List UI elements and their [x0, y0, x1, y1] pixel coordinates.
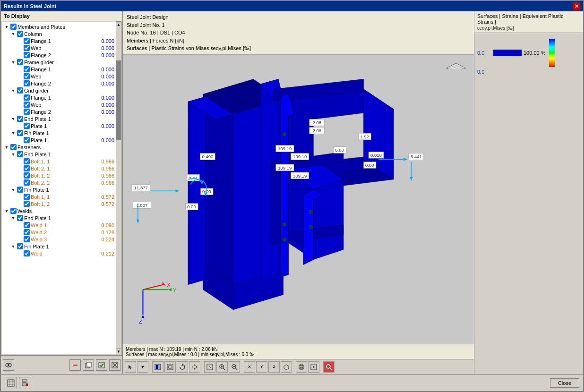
tree-item-weld2[interactable]: Weld 20.128✓: [3, 229, 120, 236]
search-red-btn[interactable]: [323, 361, 335, 373]
tree-item-end-plate1[interactable]: ▼End Plate 1: [3, 115, 120, 122]
checkbox-bolt11[interactable]: [24, 158, 30, 164]
tree-item-col-flange2[interactable]: Flange 20.000✓: [3, 51, 120, 59]
axis-y-btn[interactable]: Y: [256, 361, 267, 373]
checkbox-bolt21[interactable]: [24, 165, 30, 171]
tree-item-weld-fin-plate1[interactable]: ▼Fin Plate 1: [3, 243, 120, 250]
tree-item-frame-girder[interactable]: ▼Frame girder: [3, 59, 120, 66]
checkbox-bolt12[interactable]: [24, 172, 30, 179]
checkbox-fasteners[interactable]: [10, 144, 17, 150]
expand-btn-weld-end-plate1[interactable]: ▼: [10, 215, 16, 221]
expand-btn-end-plate1[interactable]: ▼: [10, 116, 16, 122]
checkbox-weld-end-plate1[interactable]: [17, 215, 23, 221]
color-scale-slider[interactable]: [549, 39, 555, 67]
tree-item-fbolt12[interactable]: Bolt 1, 20.572✓: [3, 200, 120, 207]
tree-container[interactable]: ▼Members and Plates▼ColumnFlange 10.000✓…: [2, 22, 121, 354]
render-btn[interactable]: [152, 361, 163, 373]
tree-item-gg-flange1[interactable]: Flange 10.000✓: [3, 94, 120, 101]
copy-icon-button[interactable]: [83, 359, 94, 371]
checkbox-weld-fin-plate1[interactable]: [17, 243, 23, 249]
checkbox-fbolt12[interactable]: [24, 201, 30, 207]
pan-btn[interactable]: [189, 361, 200, 373]
checkbox-col-web[interactable]: [24, 45, 30, 51]
iso-btn[interactable]: [281, 361, 292, 373]
checkbox-members-plates[interactable]: [10, 24, 17, 30]
checkbox-gg-flange1[interactable]: [24, 94, 30, 101]
tree-item-bolt11[interactable]: Bolt 1, 10.966✓: [3, 158, 120, 165]
tree-item-fast-fin-plate1[interactable]: ▼Fin Plate 1: [3, 186, 120, 193]
checkbox-fbolt11[interactable]: [24, 194, 30, 200]
tree-item-fast-end-plate1[interactable]: ▼End Plate 1: [3, 151, 120, 158]
tree-item-col-flange1[interactable]: Flange 10.000✓: [3, 37, 120, 44]
tree-item-fasteners[interactable]: ▼Fasteners: [3, 144, 120, 151]
tree-item-fp1-plate1[interactable]: Plate 10.000✓: [3, 136, 120, 144]
rotate-btn[interactable]: [177, 361, 188, 373]
tab-strains[interactable]: Strains: [502, 13, 518, 19]
3d-viewport[interactable]: 2.08 2.06 109.19 109.19 109.19: [123, 55, 474, 344]
checkbox-welds[interactable]: [10, 208, 17, 214]
expand-btn-grid-girder[interactable]: ▼: [10, 88, 16, 94]
zoom-in-btn[interactable]: [216, 361, 228, 373]
fit-btn[interactable]: [204, 361, 215, 373]
scroll-up-btn[interactable]: ▲: [116, 22, 121, 28]
expand-btn-weld-fin-plate1[interactable]: ▼: [10, 244, 16, 249]
tree-item-weld-end-plate1[interactable]: ▼End Plate 1: [3, 214, 120, 222]
zoom-out-btn[interactable]: [229, 361, 240, 373]
checkbox-end-plate1[interactable]: [17, 116, 23, 122]
checkbox-ep1-plate1[interactable]: [24, 123, 30, 129]
tree-item-weld-fp1[interactable]: Weld0.212✓: [3, 250, 120, 257]
checkbox-weld-fp1[interactable]: [24, 250, 30, 256]
expand-btn-welds[interactable]: ▼: [4, 208, 9, 214]
scroll-down-btn[interactable]: ▼: [116, 348, 121, 355]
expand-btn-members-plates[interactable]: ▼: [4, 24, 9, 30]
checkbox-weld2[interactable]: [24, 229, 30, 235]
checkbox-gg-flange2[interactable]: [24, 109, 30, 115]
expand-btn-fin-plate1[interactable]: ▼: [10, 130, 16, 136]
expand-btn-fast-fin-plate1[interactable]: ▼: [10, 187, 16, 193]
check-all-button[interactable]: [96, 359, 107, 371]
checkbox-fg-web[interactable]: [24, 73, 30, 79]
tree-item-weld3[interactable]: Weld 30.324✓: [3, 236, 120, 243]
display-btn[interactable]: [164, 361, 176, 373]
tree-item-members-plates[interactable]: ▼Members and Plates: [3, 23, 120, 30]
eye-button[interactable]: [3, 359, 14, 371]
checkbox-weld1[interactable]: [24, 222, 30, 228]
print-btn[interactable]: [296, 361, 307, 373]
checkbox-gg-web[interactable]: [24, 102, 30, 108]
tree-item-fg-flange1[interactable]: Flange 10.000✓: [3, 66, 120, 73]
tree-item-fin-plate1[interactable]: ▼Fin Plate 1: [3, 129, 120, 136]
expand-btn-fasteners[interactable]: ▼: [4, 145, 9, 150]
checkbox-column[interactable]: [17, 31, 23, 37]
checkbox-col-flange1[interactable]: [24, 38, 30, 44]
checkbox-grid-girder[interactable]: [17, 87, 23, 94]
export-btn[interactable]: [308, 361, 319, 373]
tree-item-welds[interactable]: ▼Welds: [3, 207, 120, 214]
tree-item-fg-web[interactable]: Web0.000✓: [3, 73, 120, 80]
tree-item-gg-flange2[interactable]: Flange 20.000✓: [3, 108, 120, 115]
dropdown-arrow[interactable]: ▼: [137, 361, 148, 373]
tree-item-weld1[interactable]: Weld 10.090✓: [3, 222, 120, 229]
grid-settings-icon[interactable]: [5, 377, 17, 389]
window-close-button[interactable]: ✕: [573, 2, 580, 10]
clear-all-button[interactable]: [109, 359, 120, 371]
checkbox-weld3[interactable]: [24, 236, 30, 242]
tree-item-bolt22[interactable]: Bolt 2, 20.966✓: [3, 179, 120, 186]
expand-btn-frame-girder[interactable]: ▼: [10, 60, 16, 65]
tree-item-col-web[interactable]: Web0.000✓: [3, 44, 120, 51]
checkbox-fin-plate1[interactable]: [17, 130, 23, 136]
expand-btn-fast-end-plate1[interactable]: ▼: [10, 152, 16, 157]
tree-item-bolt21[interactable]: Bolt 2, 10.966✓: [3, 165, 120, 172]
checkbox-fg-flange1[interactable]: [24, 66, 30, 72]
tree-item-grid-girder[interactable]: ▼Grid girder: [3, 87, 120, 94]
tree-item-column[interactable]: ▼Column: [3, 30, 120, 37]
checkbox-col-flange2[interactable]: [24, 52, 30, 58]
checkbox-fg-flange2[interactable]: [24, 80, 30, 86]
tree-item-fbolt11[interactable]: Bolt 1, 10.572✓: [3, 193, 120, 200]
cursor-tool[interactable]: [125, 361, 136, 373]
checkbox-bolt22[interactable]: [24, 179, 30, 186]
expand-btn-column[interactable]: ▼: [10, 31, 16, 37]
tree-item-fg-flange2[interactable]: Flange 20.000✓: [3, 80, 120, 87]
checkbox-fast-end-plate1[interactable]: [17, 151, 23, 157]
line-icon-button[interactable]: [69, 359, 81, 371]
checkbox-fp1-plate1[interactable]: [24, 137, 30, 143]
